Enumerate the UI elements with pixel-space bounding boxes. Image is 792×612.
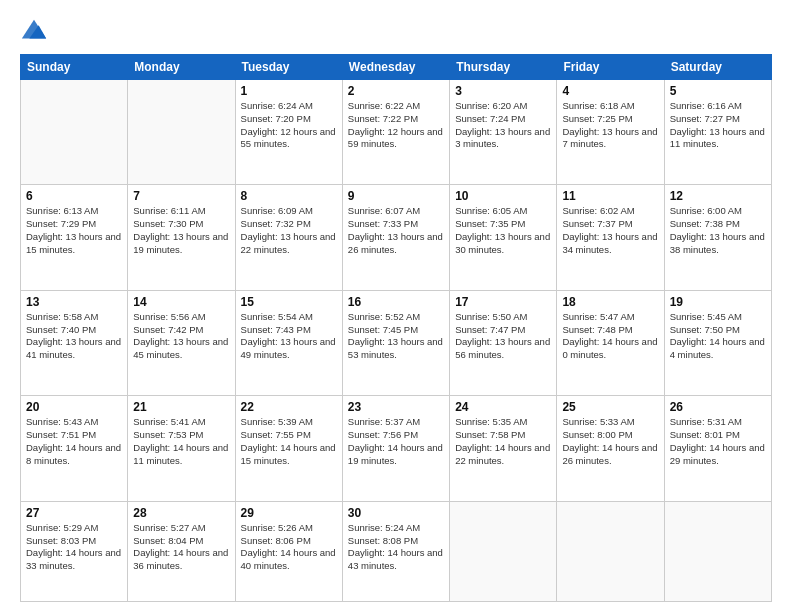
day-number: 12 xyxy=(670,189,766,203)
day-info: Sunrise: 6:18 AMSunset: 7:25 PMDaylight:… xyxy=(562,100,658,151)
day-info: Sunrise: 5:35 AMSunset: 7:58 PMDaylight:… xyxy=(455,416,551,467)
calendar-cell: 12Sunrise: 6:00 AMSunset: 7:38 PMDayligh… xyxy=(664,185,771,290)
calendar-table: SundayMondayTuesdayWednesdayThursdayFrid… xyxy=(20,54,772,602)
day-number: 30 xyxy=(348,506,444,520)
day-number: 24 xyxy=(455,400,551,414)
day-number: 16 xyxy=(348,295,444,309)
calendar-cell: 23Sunrise: 5:37 AMSunset: 7:56 PMDayligh… xyxy=(342,396,449,501)
day-info: Sunrise: 5:39 AMSunset: 7:55 PMDaylight:… xyxy=(241,416,337,467)
day-number: 26 xyxy=(670,400,766,414)
calendar-cell: 17Sunrise: 5:50 AMSunset: 7:47 PMDayligh… xyxy=(450,290,557,395)
calendar-cell: 2Sunrise: 6:22 AMSunset: 7:22 PMDaylight… xyxy=(342,80,449,185)
day-info: Sunrise: 5:33 AMSunset: 8:00 PMDaylight:… xyxy=(562,416,658,467)
day-number: 3 xyxy=(455,84,551,98)
day-number: 21 xyxy=(133,400,229,414)
day-info: Sunrise: 5:58 AMSunset: 7:40 PMDaylight:… xyxy=(26,311,122,362)
day-info: Sunrise: 6:13 AMSunset: 7:29 PMDaylight:… xyxy=(26,205,122,256)
day-info: Sunrise: 5:29 AMSunset: 8:03 PMDaylight:… xyxy=(26,522,122,573)
calendar-cell: 29Sunrise: 5:26 AMSunset: 8:06 PMDayligh… xyxy=(235,501,342,601)
day-number: 7 xyxy=(133,189,229,203)
header xyxy=(20,16,772,44)
day-info: Sunrise: 5:43 AMSunset: 7:51 PMDaylight:… xyxy=(26,416,122,467)
day-number: 28 xyxy=(133,506,229,520)
day-number: 1 xyxy=(241,84,337,98)
day-number: 29 xyxy=(241,506,337,520)
day-number: 14 xyxy=(133,295,229,309)
day-number: 6 xyxy=(26,189,122,203)
day-number: 17 xyxy=(455,295,551,309)
calendar-cell: 8Sunrise: 6:09 AMSunset: 7:32 PMDaylight… xyxy=(235,185,342,290)
day-number: 23 xyxy=(348,400,444,414)
day-info: Sunrise: 6:02 AMSunset: 7:37 PMDaylight:… xyxy=(562,205,658,256)
day-info: Sunrise: 5:27 AMSunset: 8:04 PMDaylight:… xyxy=(133,522,229,573)
logo xyxy=(20,16,52,44)
calendar-cell: 7Sunrise: 6:11 AMSunset: 7:30 PMDaylight… xyxy=(128,185,235,290)
day-info: Sunrise: 5:50 AMSunset: 7:47 PMDaylight:… xyxy=(455,311,551,362)
calendar-cell: 22Sunrise: 5:39 AMSunset: 7:55 PMDayligh… xyxy=(235,396,342,501)
day-number: 15 xyxy=(241,295,337,309)
calendar-cell xyxy=(21,80,128,185)
calendar-week-row: 6Sunrise: 6:13 AMSunset: 7:29 PMDaylight… xyxy=(21,185,772,290)
day-info: Sunrise: 6:05 AMSunset: 7:35 PMDaylight:… xyxy=(455,205,551,256)
calendar-cell: 5Sunrise: 6:16 AMSunset: 7:27 PMDaylight… xyxy=(664,80,771,185)
weekday-header-tuesday: Tuesday xyxy=(235,55,342,80)
day-info: Sunrise: 6:16 AMSunset: 7:27 PMDaylight:… xyxy=(670,100,766,151)
weekday-header-sunday: Sunday xyxy=(21,55,128,80)
day-number: 2 xyxy=(348,84,444,98)
day-number: 8 xyxy=(241,189,337,203)
day-info: Sunrise: 6:00 AMSunset: 7:38 PMDaylight:… xyxy=(670,205,766,256)
calendar-cell: 26Sunrise: 5:31 AMSunset: 8:01 PMDayligh… xyxy=(664,396,771,501)
day-info: Sunrise: 6:24 AMSunset: 7:20 PMDaylight:… xyxy=(241,100,337,151)
calendar-cell: 11Sunrise: 6:02 AMSunset: 7:37 PMDayligh… xyxy=(557,185,664,290)
calendar-header-row: SundayMondayTuesdayWednesdayThursdayFrid… xyxy=(21,55,772,80)
day-number: 9 xyxy=(348,189,444,203)
calendar-cell: 30Sunrise: 5:24 AMSunset: 8:08 PMDayligh… xyxy=(342,501,449,601)
calendar-cell: 14Sunrise: 5:56 AMSunset: 7:42 PMDayligh… xyxy=(128,290,235,395)
weekday-header-saturday: Saturday xyxy=(664,55,771,80)
calendar-week-row: 13Sunrise: 5:58 AMSunset: 7:40 PMDayligh… xyxy=(21,290,772,395)
day-info: Sunrise: 5:24 AMSunset: 8:08 PMDaylight:… xyxy=(348,522,444,573)
day-number: 10 xyxy=(455,189,551,203)
day-number: 13 xyxy=(26,295,122,309)
day-number: 18 xyxy=(562,295,658,309)
calendar-cell: 10Sunrise: 6:05 AMSunset: 7:35 PMDayligh… xyxy=(450,185,557,290)
day-number: 25 xyxy=(562,400,658,414)
weekday-header-thursday: Thursday xyxy=(450,55,557,80)
calendar-cell: 19Sunrise: 5:45 AMSunset: 7:50 PMDayligh… xyxy=(664,290,771,395)
calendar-cell: 18Sunrise: 5:47 AMSunset: 7:48 PMDayligh… xyxy=(557,290,664,395)
day-info: Sunrise: 6:09 AMSunset: 7:32 PMDaylight:… xyxy=(241,205,337,256)
day-number: 4 xyxy=(562,84,658,98)
day-info: Sunrise: 5:47 AMSunset: 7:48 PMDaylight:… xyxy=(562,311,658,362)
day-number: 22 xyxy=(241,400,337,414)
calendar-week-row: 20Sunrise: 5:43 AMSunset: 7:51 PMDayligh… xyxy=(21,396,772,501)
day-number: 20 xyxy=(26,400,122,414)
day-info: Sunrise: 5:31 AMSunset: 8:01 PMDaylight:… xyxy=(670,416,766,467)
weekday-header-monday: Monday xyxy=(128,55,235,80)
day-info: Sunrise: 5:52 AMSunset: 7:45 PMDaylight:… xyxy=(348,311,444,362)
day-info: Sunrise: 5:45 AMSunset: 7:50 PMDaylight:… xyxy=(670,311,766,362)
weekday-header-friday: Friday xyxy=(557,55,664,80)
calendar-cell xyxy=(450,501,557,601)
day-info: Sunrise: 5:37 AMSunset: 7:56 PMDaylight:… xyxy=(348,416,444,467)
calendar-week-row: 1Sunrise: 6:24 AMSunset: 7:20 PMDaylight… xyxy=(21,80,772,185)
calendar-cell: 1Sunrise: 6:24 AMSunset: 7:20 PMDaylight… xyxy=(235,80,342,185)
calendar-cell xyxy=(664,501,771,601)
day-number: 5 xyxy=(670,84,766,98)
day-number: 11 xyxy=(562,189,658,203)
calendar-cell: 25Sunrise: 5:33 AMSunset: 8:00 PMDayligh… xyxy=(557,396,664,501)
calendar-cell: 24Sunrise: 5:35 AMSunset: 7:58 PMDayligh… xyxy=(450,396,557,501)
calendar-cell: 28Sunrise: 5:27 AMSunset: 8:04 PMDayligh… xyxy=(128,501,235,601)
day-info: Sunrise: 5:41 AMSunset: 7:53 PMDaylight:… xyxy=(133,416,229,467)
calendar-cell: 13Sunrise: 5:58 AMSunset: 7:40 PMDayligh… xyxy=(21,290,128,395)
day-info: Sunrise: 6:20 AMSunset: 7:24 PMDaylight:… xyxy=(455,100,551,151)
day-number: 19 xyxy=(670,295,766,309)
day-info: Sunrise: 6:11 AMSunset: 7:30 PMDaylight:… xyxy=(133,205,229,256)
day-info: Sunrise: 5:26 AMSunset: 8:06 PMDaylight:… xyxy=(241,522,337,573)
calendar-week-row: 27Sunrise: 5:29 AMSunset: 8:03 PMDayligh… xyxy=(21,501,772,601)
calendar-cell: 6Sunrise: 6:13 AMSunset: 7:29 PMDaylight… xyxy=(21,185,128,290)
day-info: Sunrise: 6:07 AMSunset: 7:33 PMDaylight:… xyxy=(348,205,444,256)
day-info: Sunrise: 6:22 AMSunset: 7:22 PMDaylight:… xyxy=(348,100,444,151)
calendar-cell: 3Sunrise: 6:20 AMSunset: 7:24 PMDaylight… xyxy=(450,80,557,185)
day-info: Sunrise: 5:56 AMSunset: 7:42 PMDaylight:… xyxy=(133,311,229,362)
day-number: 27 xyxy=(26,506,122,520)
